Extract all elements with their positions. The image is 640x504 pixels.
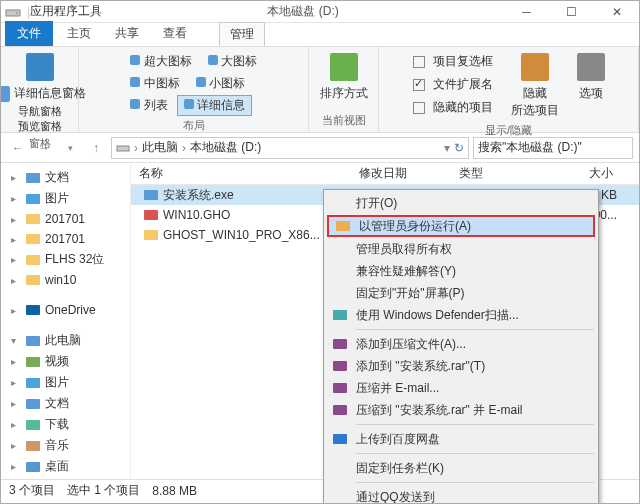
layout-group-label: 布局 (183, 118, 205, 133)
svg-rect-18 (144, 190, 158, 200)
home-tab[interactable]: 主页 (55, 21, 103, 46)
svg-rect-25 (333, 383, 347, 393)
nav-pane-button[interactable] (22, 51, 58, 83)
context-separator (356, 424, 594, 425)
col-type[interactable]: 类型 (451, 165, 531, 182)
col-size[interactable]: 大小 (531, 165, 621, 182)
breadcrumb-drive[interactable]: 本地磁盘 (D:) (190, 139, 261, 156)
tree-item[interactable]: ▸视频 (1, 351, 130, 372)
svg-rect-11 (26, 357, 40, 367)
context-item[interactable]: 添加到压缩文件(A)... (326, 333, 596, 355)
tree-item[interactable]: ▾此电脑 (1, 330, 130, 351)
options-button[interactable]: 选项 (573, 51, 609, 121)
tree-item[interactable]: ▸下载 (1, 414, 130, 435)
status-selected: 选中 1 个项目 (67, 482, 140, 499)
tree-item[interactable]: ▸本地磁盘 (C:) (1, 477, 130, 479)
contextual-tab-label: 应用程序工具 (30, 3, 102, 20)
svg-rect-14 (26, 420, 40, 430)
svg-rect-4 (26, 194, 40, 204)
addr-dropdown-icon[interactable]: ▾ (444, 141, 450, 155)
context-item[interactable]: 打开(O) (326, 192, 596, 214)
svg-rect-10 (26, 336, 40, 346)
share-tab[interactable]: 共享 (103, 21, 151, 46)
svg-rect-2 (117, 146, 129, 151)
nav-pane-label: 导航窗格 (18, 104, 62, 119)
file-tab[interactable]: 文件 (5, 21, 53, 46)
svg-rect-9 (26, 305, 40, 315)
context-item[interactable]: 上传到百度网盘 (326, 428, 596, 450)
detail-pane-button[interactable]: 详细信息窗格 (0, 83, 90, 104)
svg-rect-3 (26, 173, 40, 183)
col-date[interactable]: 修改日期 (351, 165, 451, 182)
context-separator (356, 453, 594, 454)
back-button[interactable]: ← (7, 137, 29, 159)
currentview-group-label: 当前视图 (322, 113, 366, 128)
svg-rect-12 (26, 378, 40, 388)
search-input[interactable]: 搜索"本地磁盘 (D:)" (473, 137, 633, 159)
layout-medium[interactable]: 中图标 (123, 73, 186, 94)
svg-rect-5 (26, 214, 40, 224)
chk-hidden[interactable]: 隐藏的项目 (409, 97, 497, 118)
tree-item[interactable]: ▸文档 (1, 393, 130, 414)
svg-rect-8 (26, 275, 40, 285)
context-item[interactable]: 以管理员身份运行(A) (327, 215, 595, 237)
layout-list[interactable]: 列表 (123, 95, 174, 116)
layout-small[interactable]: 小图标 (189, 73, 252, 94)
view-tab[interactable]: 查看 (151, 21, 199, 46)
context-item[interactable]: 压缩到 "安装系统.rar" 并 E-mail (326, 399, 596, 421)
col-name[interactable]: 名称 (131, 165, 351, 182)
manage-tab[interactable]: 管理 (219, 22, 265, 46)
up-button[interactable]: ↑ (85, 137, 107, 159)
svg-rect-19 (144, 210, 158, 220)
status-items: 3 个项目 (9, 482, 55, 499)
svg-rect-22 (333, 310, 347, 320)
tree-item[interactable]: ▸201701 (1, 209, 130, 229)
context-separator (356, 482, 594, 483)
refresh-icon[interactable]: ↻ (454, 141, 464, 155)
svg-rect-1 (16, 12, 18, 14)
tree-item[interactable]: ▸文档 (1, 167, 130, 188)
window-title: 本地磁盘 (D:) (102, 3, 504, 20)
breadcrumb-thispc[interactable]: 此电脑 (142, 139, 178, 156)
layout-large[interactable]: 大图标 (201, 51, 264, 72)
context-item[interactable]: 固定到任务栏(K) (326, 457, 596, 479)
context-item[interactable]: 固定到"开始"屏幕(P) (326, 282, 596, 304)
svg-rect-27 (333, 434, 347, 444)
preview-pane-label: 预览窗格 (18, 119, 62, 134)
tree-item[interactable]: ▸图片 (1, 188, 130, 209)
context-item[interactable]: 使用 Windows Defender扫描... (326, 304, 596, 326)
tree-item[interactable]: ▸音乐 (1, 435, 130, 456)
context-item[interactable]: 管理员取得所有权 (326, 238, 596, 260)
recent-dropdown[interactable]: ▾ (59, 137, 81, 159)
tree-item[interactable]: ▸FLHS 32位 (1, 249, 130, 270)
chk-itemboxes[interactable]: 项目复选框 (409, 51, 497, 72)
layout-details[interactable]: 详细信息 (177, 95, 252, 116)
sort-button[interactable]: 排序方式 (316, 51, 372, 104)
tree-item[interactable]: ▸win10 (1, 270, 130, 290)
maximize-button[interactable]: ☐ (549, 1, 594, 23)
drive-icon (5, 4, 21, 20)
minimize-button[interactable]: ─ (504, 1, 549, 23)
context-separator (356, 329, 594, 330)
close-button[interactable]: ✕ (594, 1, 639, 23)
column-headers[interactable]: 名称 修改日期 类型 大小 (131, 163, 639, 185)
forward-button[interactable]: → (33, 137, 55, 159)
context-item[interactable]: 添加到 "安装系统.rar"(T) (326, 355, 596, 377)
tree-item[interactable]: ▸201701 (1, 229, 130, 249)
svg-rect-26 (333, 405, 347, 415)
tree-item[interactable]: ▸OneDrive (1, 300, 130, 320)
svg-rect-20 (144, 230, 158, 240)
address-bar[interactable]: › 此电脑 › 本地磁盘 (D:) ▾ ↻ (111, 137, 469, 159)
context-item[interactable]: 兼容性疑难解答(Y) (326, 260, 596, 282)
tree-item[interactable]: ▸桌面 (1, 456, 130, 477)
svg-rect-24 (333, 361, 347, 371)
context-item[interactable]: 压缩并 E-mail... (326, 377, 596, 399)
svg-rect-13 (26, 399, 40, 409)
hide-selected-button[interactable]: 隐藏 所选项目 (507, 51, 563, 121)
svg-rect-15 (26, 441, 40, 451)
nav-tree[interactable]: ▸文档▸图片▸201701▸201701▸FLHS 32位▸win10▸OneD… (1, 163, 131, 479)
tree-item[interactable]: ▸图片 (1, 372, 130, 393)
context-item[interactable]: 通过QQ发送到 (326, 486, 596, 504)
chk-extensions[interactable]: 文件扩展名 (409, 74, 497, 95)
layout-xlarge[interactable]: 超大图标 (123, 51, 198, 72)
